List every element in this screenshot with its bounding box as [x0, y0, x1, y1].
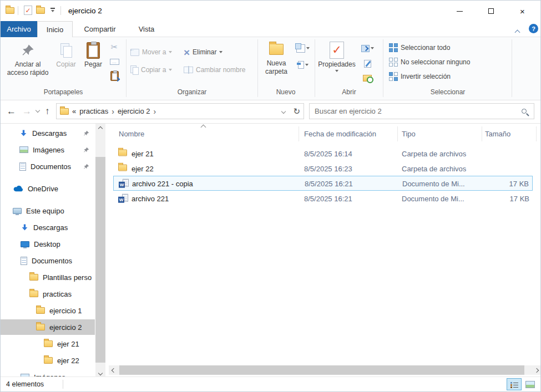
file-row-ejer-22[interactable]: ejer 22 8/5/2025 16:23 Carpeta de archiv…	[113, 161, 533, 176]
file-row-ejer-21[interactable]: ejer 21 8/5/2025 16:14 Carpeta de archiv…	[113, 146, 533, 161]
sidebar-item-ejercicio-2[interactable]: ejercicio 2	[1, 319, 95, 335]
sidebar-item-ejer-22[interactable]: ejer 22	[1, 353, 95, 368]
pictures-icon	[19, 146, 28, 153]
title-bar: ejercicio 2 ×	[1, 1, 540, 21]
sidebar-item-practicas[interactable]: practicas	[1, 286, 95, 302]
qat-properties-icon[interactable]	[24, 6, 32, 17]
sidebar-item-desktop[interactable]: Desktop	[1, 236, 95, 252]
tab-archivo[interactable]: Archivo	[1, 21, 37, 37]
scroll-up-icon[interactable]	[95, 124, 105, 133]
qat-new-folder-icon[interactable]	[36, 7, 45, 16]
close-icon: ×	[520, 7, 525, 16]
sidebar-item-plantillas[interactable]: Plantillas perso	[1, 269, 95, 285]
details-view-icon	[510, 381, 518, 388]
open-button[interactable]	[358, 42, 377, 55]
refresh-icon[interactable]	[293, 106, 300, 116]
column-header-size[interactable]: Tamaño	[485, 124, 510, 144]
back-icon[interactable]: ←	[7, 106, 16, 116]
copy-path-button[interactable]	[107, 55, 122, 68]
sidebar-item-descargas[interactable]: Descargas	[1, 220, 95, 235]
tab-compartir[interactable]: Compartir	[73, 21, 127, 37]
sidebar-item-ejer-21[interactable]: ejer 21	[1, 336, 95, 352]
sidebar-scrollbar[interactable]	[95, 124, 105, 378]
pin-icon	[83, 163, 89, 171]
breadcrumb-separator-icon[interactable]	[112, 107, 114, 116]
pin-to-quick-access-button[interactable]: Anclar al acceso rápido	[4, 40, 52, 77]
history-button[interactable]	[358, 72, 377, 85]
up-icon[interactable]: ↑	[45, 106, 50, 116]
scroll-left-icon[interactable]	[109, 365, 119, 375]
horizontal-scrollbar-thumb[interactable]	[119, 365, 524, 375]
edit-button[interactable]	[358, 57, 377, 70]
sidebar-item-descargas-quick[interactable]: Descargas	[1, 125, 95, 141]
column-separator[interactable]	[397, 126, 398, 141]
column-separator[interactable]	[536, 126, 537, 141]
column-separator[interactable]	[482, 126, 482, 141]
breadcrumb-overflow[interactable]: «	[72, 107, 76, 115]
column-separator[interactable]	[299, 126, 299, 141]
select-all-button[interactable]: Seleccionar todo	[389, 42, 450, 54]
status-bar: 4 elementos	[1, 376, 540, 391]
recent-locations-icon[interactable]	[36, 108, 40, 113]
new-folder-button[interactable]: Nueva carpeta	[260, 39, 292, 76]
folder-icon	[29, 274, 38, 281]
horizontal-scrollbar[interactable]	[109, 365, 541, 375]
delete-button[interactable]: Eliminar	[184, 46, 223, 58]
paste-button[interactable]: Pegar	[80, 40, 107, 69]
qat-customize-icon[interactable]	[50, 8, 55, 12]
select-none-button[interactable]: No seleccionar ninguno	[389, 56, 470, 68]
address-folder-icon	[60, 108, 69, 115]
thumbnails-view-button[interactable]	[523, 378, 537, 390]
file-row-archivo-221-copia[interactable]: archivo 221 - copia 8/5/2025 16:21 Docum…	[113, 176, 533, 191]
breadcrumb-practicas[interactable]: practicas	[79, 107, 108, 115]
collapse-ribbon-icon[interactable]	[515, 28, 519, 36]
copy-button[interactable]: Copiar	[53, 40, 79, 69]
sidebar-item-documentos[interactable]: Documentos	[1, 253, 95, 268]
properties-button[interactable]: Propiedades	[318, 39, 356, 72]
sidebar-item-imagenes-quick[interactable]: Imágenes	[1, 142, 95, 157]
ribbon-separator	[257, 39, 258, 97]
sidebar-item-este-equipo[interactable]: Este equipo	[1, 203, 95, 218]
breadcrumb-ejercicio-2[interactable]: ejercicio 2	[118, 107, 150, 115]
cut-button[interactable]	[107, 40, 122, 54]
rename-button[interactable]: Cambiar nombre	[184, 64, 245, 76]
invert-selection-button[interactable]: Invertir selección	[389, 70, 451, 83]
file-row-archivo-221[interactable]: archivo 221 8/5/2025 16:21 Documento de …	[113, 191, 533, 206]
desktop-icon	[21, 241, 29, 247]
search-input[interactable]	[315, 107, 522, 115]
search-icon[interactable]	[522, 109, 527, 114]
details-view-button[interactable]	[507, 378, 522, 390]
dropdown-icon	[219, 51, 223, 53]
sidebar-item-onedrive[interactable]: OneDrive	[1, 181, 95, 196]
address-dropdown-icon[interactable]	[281, 109, 286, 113]
download-icon	[19, 129, 28, 138]
group-label-select: Seleccionar	[384, 88, 512, 96]
paste-shortcut-button[interactable]	[107, 69, 122, 83]
sidebar-item-ejercicio-1[interactable]: ejercicio 1	[1, 303, 95, 318]
close-button[interactable]: ×	[510, 3, 535, 19]
ribbon-separator	[512, 39, 512, 97]
ribbon-separator	[315, 39, 315, 97]
column-header-type[interactable]: Tipo	[402, 124, 416, 144]
maximize-button[interactable]	[478, 3, 503, 19]
help-icon[interactable]	[529, 24, 538, 33]
dropdown-icon	[305, 64, 309, 66]
tab-inicio[interactable]: Inicio	[37, 21, 73, 37]
scroll-right-icon[interactable]	[532, 365, 541, 375]
copy-to-button[interactable]: Copiar a	[130, 64, 172, 76]
sidebar-scrollbar-thumb[interactable]	[95, 157, 105, 363]
open-icon	[361, 45, 370, 52]
breadcrumb-separator-icon[interactable]	[153, 107, 156, 116]
sidebar-item-documentos-quick[interactable]: Documentos	[1, 159, 95, 174]
address-bar[interactable]: « practicas ejercicio 2	[56, 103, 304, 119]
select-none-icon	[389, 58, 398, 67]
minimize-button[interactable]	[447, 3, 472, 19]
easy-access-button[interactable]	[294, 58, 312, 72]
column-header-date[interactable]: Fecha de modificación	[304, 124, 376, 144]
move-to-button[interactable]: Mover a	[130, 46, 172, 58]
new-item-button[interactable]	[294, 42, 312, 55]
column-header-name[interactable]: Nombre	[119, 124, 144, 144]
tab-vista[interactable]: Vista	[127, 21, 166, 37]
forward-icon[interactable]: →	[22, 106, 32, 116]
move-to-icon	[130, 49, 139, 56]
